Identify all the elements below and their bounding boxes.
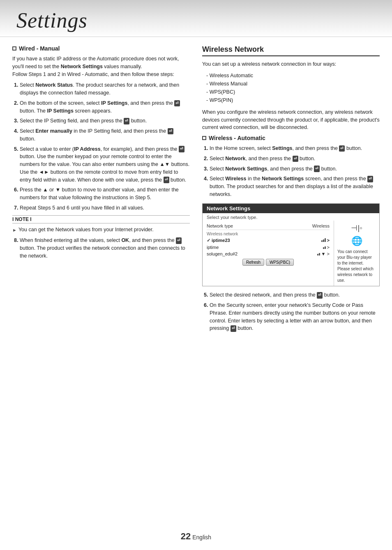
- page-title: Settings: [16, 8, 376, 32]
- enter-button-icon: ⏎: [231, 325, 236, 332]
- auto-step-6: On the Security screen, enter your netwo…: [210, 301, 380, 332]
- auto-step-2: Select Network, and then press the ⏎ but…: [210, 155, 380, 163]
- enter-button-icon: ⏎: [314, 166, 320, 172]
- right-column: Wireless Network You can set up a wirele…: [202, 45, 380, 336]
- refresh-button[interactable]: Refresh: [242, 259, 264, 266]
- enter-button-icon: ⏎: [293, 156, 298, 162]
- enter-button-icon: ⏎: [339, 145, 345, 152]
- wired-manual-heading: Wired - Manual: [12, 45, 190, 52]
- ns-network-type-value: Wireless: [312, 223, 330, 228]
- network-signal-1: >: [321, 238, 330, 243]
- ns-body: Network type Wireless Wireless network ✓…: [203, 221, 379, 286]
- globe-icon: 🌐: [337, 235, 376, 248]
- bullet-icon: [12, 46, 16, 51]
- arrow-icon: ►: [12, 227, 17, 234]
- ns-left-panel: Network type Wireless Wireless network ✓…: [203, 221, 334, 286]
- enter-button-icon: ⏎: [179, 146, 184, 152]
- option-wps-pbc: WPS(PBC): [206, 88, 380, 96]
- network-name-2: iptime: [207, 245, 219, 250]
- auto-step-1: In the Home screen, select Settings, and…: [210, 145, 380, 152]
- footer: 22 English: [0, 531, 392, 542]
- left-column: Wired - Manual If you have a static IP a…: [12, 45, 190, 336]
- ns-wireless-network-label: Wireless network: [207, 230, 330, 237]
- enter-button-icon: ⏎: [124, 118, 129, 124]
- wireless-options-list: Wireless Automatic Wireless Manual WPS(P…: [206, 71, 380, 104]
- step-3: Select the IP Setting field, and then pr…: [20, 117, 190, 125]
- wired-manual-intro: If you have a static IP address or the A…: [12, 55, 190, 78]
- connector-icon: ⊣|◦: [337, 223, 376, 233]
- auto-step-5: Select the desired network, and then pre…: [210, 291, 380, 299]
- content-area: Wired - Manual If you have a static IP a…: [0, 37, 392, 344]
- enter-button-icon: ⏎: [176, 237, 182, 244]
- note-item: ► You can get the Network values from yo…: [12, 226, 190, 234]
- step-8-list: When finished entering all the values, s…: [20, 237, 190, 260]
- ns-network-type-row: Network type Wireless: [207, 222, 330, 230]
- option-wps-pin: WPS(PIN): [206, 96, 380, 104]
- network-item-1[interactable]: ✓ iptime23 >: [207, 237, 330, 244]
- signal-icon: [323, 246, 326, 249]
- wireless-automatic-heading: Wireless - Automatic: [202, 135, 380, 141]
- page-number: 22: [181, 531, 191, 541]
- wireless-description: When you configure the wireless network …: [202, 108, 380, 131]
- step-8: When finished entering all the values, s…: [20, 237, 190, 260]
- step-6: Press the ▲ or ▼ button to move to anoth…: [20, 186, 190, 202]
- ns-side-text: You can connect your Blu-ray player to t…: [337, 249, 376, 283]
- network-name-1: ✓ iptime23: [207, 238, 230, 243]
- step-4: Select Enter manually in the IP Setting …: [20, 127, 190, 143]
- network-settings-box: Network Settings Select your network typ…: [202, 203, 380, 287]
- signal-icon: [317, 253, 320, 255]
- step-2: On the bottom of the screen, select IP S…: [20, 99, 190, 115]
- option-wireless-auto: Wireless Automatic: [206, 71, 380, 80]
- network-name-3: solugen_edu#2: [207, 251, 238, 256]
- ns-title: Network Settings: [203, 204, 379, 213]
- ns-subtitle: Select your network type.: [203, 213, 379, 221]
- enter-button-icon: ⏎: [317, 292, 323, 299]
- ns-network-type-label: Network type: [207, 223, 233, 228]
- note-label: I NOTE I: [12, 215, 190, 223]
- wireless-network-title: Wireless Network: [202, 45, 380, 56]
- bullet-icon: [202, 136, 206, 140]
- enter-button-icon: ⏎: [168, 128, 173, 135]
- step-5: Select a value to enter (IP Address, for…: [20, 145, 190, 184]
- step-7: Repeat Steps 5 and 6 until you have fill…: [20, 204, 190, 212]
- wps-pbc-button[interactable]: WPS(PBC): [266, 259, 294, 266]
- ns-right-panel: ⊣|◦ 🌐 You can connect your Blu-ray playe…: [334, 221, 379, 286]
- note-section: I NOTE I ► You can get the Network value…: [12, 215, 190, 234]
- network-item-3[interactable]: solugen_edu#2 ▼ >: [207, 251, 330, 257]
- step-1: Select Network Status. The product searc…: [20, 81, 190, 97]
- network-signal-3: ▼ >: [317, 251, 330, 256]
- wireless-intro: You can set up a wireless network connec…: [202, 60, 380, 68]
- wireless-auto-steps: In the Home screen, select Settings, and…: [210, 145, 380, 198]
- auto-step-4: Select Wireless in the Network Settings …: [210, 175, 380, 198]
- wireless-steps-5-6: Select the desired network, and then pre…: [210, 291, 380, 332]
- auto-step-3: Select Network Settings, and then press …: [210, 165, 380, 173]
- network-signal-2: >: [323, 245, 330, 250]
- footer-lang: English: [192, 534, 211, 541]
- option-wireless-manual: Wireless Manual: [206, 80, 380, 88]
- ns-buttons-row: Refresh WPS(PBC): [207, 257, 330, 267]
- page-header: Settings: [0, 0, 392, 37]
- enter-button-icon: ⏎: [367, 176, 373, 182]
- wired-manual-steps: Select Network Status. The product searc…: [20, 81, 190, 212]
- signal-icon: [321, 238, 326, 242]
- enter-button-icon: ⏎: [174, 100, 180, 107]
- network-item-2[interactable]: iptime >: [207, 244, 330, 251]
- enter-button-icon: ⏎: [164, 177, 169, 183]
